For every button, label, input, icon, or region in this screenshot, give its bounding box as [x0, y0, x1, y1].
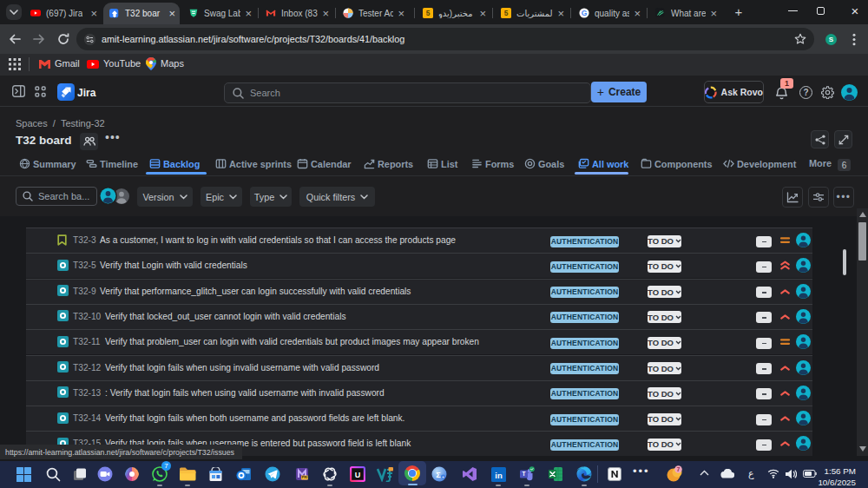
svg-text:PRI: PRI — [302, 475, 308, 479]
svg-text:7: 7 — [677, 466, 681, 472]
svg-text:U: U — [355, 471, 361, 479]
svg-text:Σ: Σ — [436, 471, 441, 479]
svg-text:+: + — [442, 474, 444, 479]
svg-text:G: G — [582, 9, 588, 17]
svg-text:in: in — [495, 470, 503, 479]
svg-text:5: 5 — [504, 9, 509, 17]
svg-text:5: 5 — [426, 9, 431, 17]
svg-text:T: T — [522, 471, 525, 477]
